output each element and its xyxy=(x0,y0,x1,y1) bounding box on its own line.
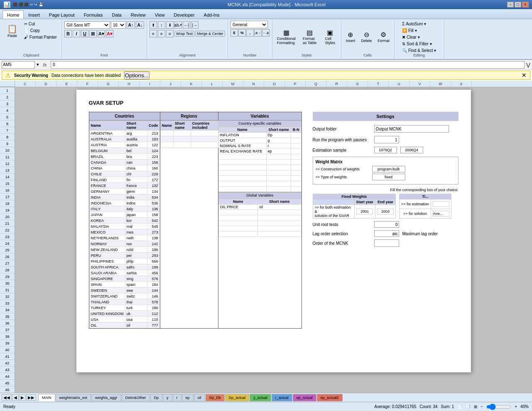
zoom-out-icon[interactable]: − xyxy=(481,404,483,409)
formula-expand-button[interactable]: ⋁ xyxy=(526,62,530,68)
order-mcnk-input[interactable] xyxy=(374,239,399,247)
output-folder-input[interactable] xyxy=(374,125,449,133)
autosum-button[interactable]: Σ AutoSum ▾ xyxy=(400,21,428,27)
number-format-select[interactable]: General xyxy=(230,21,268,28)
estimation-end-input[interactable] xyxy=(400,147,423,153)
cell-reference-input[interactable] xyxy=(2,61,35,69)
estimation-start-input[interactable] xyxy=(374,147,397,153)
sheet-tab-r-actual[interactable]: r_actual xyxy=(272,394,292,401)
align-bottom-button[interactable]: ⬇ xyxy=(166,21,174,29)
borders-button[interactable]: ⊞ xyxy=(89,30,97,37)
tab-home[interactable]: Home xyxy=(2,10,24,19)
grid-area[interactable]: GVAR SETUP Countries xyxy=(15,87,532,393)
zoom-slider[interactable] xyxy=(486,405,511,409)
percent-button[interactable]: % xyxy=(238,29,246,37)
close-button[interactable]: × xyxy=(522,2,529,7)
insert-cells-button[interactable]: ⊕ Insert xyxy=(344,30,358,44)
start-year-input[interactable] xyxy=(356,209,373,214)
format-painter-button[interactable]: 🖌 Format Painter xyxy=(22,34,59,40)
sheet-tab-dp-actual[interactable]: Dp_actual xyxy=(225,394,250,401)
find-select-button[interactable]: 🔍 Find & Select ▾ xyxy=(400,47,438,54)
security-close-icon[interactable]: ✕ xyxy=(522,72,527,79)
tab-formulas[interactable]: Formulas xyxy=(79,10,108,19)
run-pauses-input[interactable] xyxy=(374,136,399,143)
decrease-decimal-button[interactable]: ←.0 xyxy=(262,29,270,37)
font-family-select[interactable]: Gill Sans MT xyxy=(64,21,110,29)
sheet-tab-weights-aggr[interactable]: weights_aggr xyxy=(91,394,121,401)
align-right-button[interactable]: ≡ xyxy=(166,30,174,37)
align-middle-button[interactable]: ↕ xyxy=(158,21,165,29)
indent-more-button[interactable]: ←| xyxy=(183,21,190,29)
sheet-tab-main[interactable]: MAIN xyxy=(38,394,55,401)
sort-filter-button[interactable]: ⇅ Sort & Filter ▾ xyxy=(400,41,434,47)
tab-page-layout[interactable]: Page Layout xyxy=(44,10,79,19)
underline-button[interactable]: U xyxy=(81,30,88,37)
merge-center-button[interactable]: Merge & Center xyxy=(195,31,225,37)
align-top-button[interactable]: ⬆ xyxy=(150,21,157,29)
solution-input[interactable] xyxy=(433,211,449,217)
sheet-tab-oil[interactable]: oil xyxy=(194,394,205,401)
format-as-table-button[interactable]: ▤ Formatas Table xyxy=(299,27,320,46)
sheet-tab-y-actual[interactable]: y_actual xyxy=(250,394,271,401)
tab-view[interactable]: View xyxy=(150,10,169,19)
zoom-in-icon[interactable]: + xyxy=(515,404,517,409)
tab-scroll-left[interactable]: ◀◀ xyxy=(2,394,12,401)
type-weights-input[interactable] xyxy=(372,174,405,180)
sheet-tab-ep-actual[interactable]: ep_actual xyxy=(293,394,316,401)
sheet-tab-detm-other[interactable]: Detm&Other xyxy=(122,394,150,401)
maximize-button[interactable]: □ xyxy=(515,2,521,7)
paste-button[interactable]: 📋 Paste xyxy=(3,23,21,38)
tab-data[interactable]: Data xyxy=(107,10,126,19)
view-layout-icon[interactable]: 📑 xyxy=(466,404,471,409)
tab-scroll-right[interactable]: ▶▶ xyxy=(26,394,36,401)
text-orientation-button[interactable]: ab↗ xyxy=(174,21,182,29)
end-year-input[interactable] xyxy=(377,209,394,214)
formula-input[interactable] xyxy=(51,61,525,69)
construction-input[interactable] xyxy=(372,166,405,172)
table-row: KOREAkor542 xyxy=(89,218,159,224)
copy-button[interactable]: 📄 Copy xyxy=(22,27,59,34)
fill-button[interactable]: 🔽 Fill ▾ xyxy=(400,27,419,34)
font-color-button[interactable]: A▾ xyxy=(106,30,113,37)
unit-root-input[interactable] xyxy=(374,221,399,228)
tab-scroll-next[interactable]: ▶ xyxy=(19,394,26,401)
wrap-text-button[interactable]: Wrap Text xyxy=(174,31,194,37)
tab-addins[interactable]: Add-Ins xyxy=(199,10,224,19)
clear-button[interactable]: ✖ Clear ▾ xyxy=(400,34,422,40)
conditional-formatting-button[interactable]: ▦ ConditionalFormatting xyxy=(275,27,298,46)
estimation-input[interactable] xyxy=(433,201,449,207)
tab-review[interactable]: Review xyxy=(126,10,150,19)
view-break-icon[interactable]: ⊞ xyxy=(474,404,477,409)
indent-less-button[interactable]: |→ xyxy=(191,21,199,29)
sheet-tab-y[interactable]: y xyxy=(163,394,172,401)
comma-button[interactable]: , xyxy=(246,29,254,37)
minimize-button[interactable]: − xyxy=(507,2,514,7)
sheet-tab-r[interactable]: r xyxy=(173,394,181,401)
increase-font-button[interactable]: A↑ xyxy=(127,21,135,29)
tab-scroll-prev[interactable]: ◀ xyxy=(12,394,19,401)
name-box-arrow[interactable]: ▾ xyxy=(37,62,39,67)
sheet-tab-dp[interactable]: Dp xyxy=(150,394,163,401)
sheet-tab-dp-db[interactable]: Dp_Db xyxy=(206,394,225,401)
font-size-select[interactable]: 16 xyxy=(111,21,126,29)
decrease-font-button[interactable]: A↓ xyxy=(136,21,144,29)
cell-styles-button[interactable]: ▣ CellStyles xyxy=(322,27,338,46)
tab-developer[interactable]: Developer xyxy=(169,10,199,19)
sheet-tab-weightmatrix-est[interactable]: weightmatrix_est xyxy=(56,394,91,401)
increase-decimal-button[interactable]: .0→ xyxy=(254,29,262,37)
bold-button[interactable]: B xyxy=(64,30,72,37)
view-normal-icon[interactable]: 📄 xyxy=(457,404,462,409)
italic-button[interactable]: I xyxy=(73,30,80,37)
lag-order-input[interactable] xyxy=(374,230,399,237)
currency-button[interactable]: $ xyxy=(230,29,238,37)
sheet-tab-ep[interactable]: ep xyxy=(182,394,194,401)
options-button[interactable]: Options... xyxy=(124,71,150,79)
align-center-button[interactable]: ≡ xyxy=(158,30,165,37)
sheet-tab-ep-actual2[interactable]: ep_actual2 xyxy=(317,394,343,401)
delete-cells-button[interactable]: ⊖ Delete xyxy=(359,30,374,44)
cut-button[interactable]: ✂ Cut xyxy=(22,21,59,27)
align-left-button[interactable]: ≡ xyxy=(150,30,157,37)
format-cells-button[interactable]: ⚙ Format xyxy=(375,30,392,44)
tab-insert[interactable]: Insert xyxy=(24,10,44,19)
fill-color-button[interactable]: A▾ xyxy=(98,30,105,37)
